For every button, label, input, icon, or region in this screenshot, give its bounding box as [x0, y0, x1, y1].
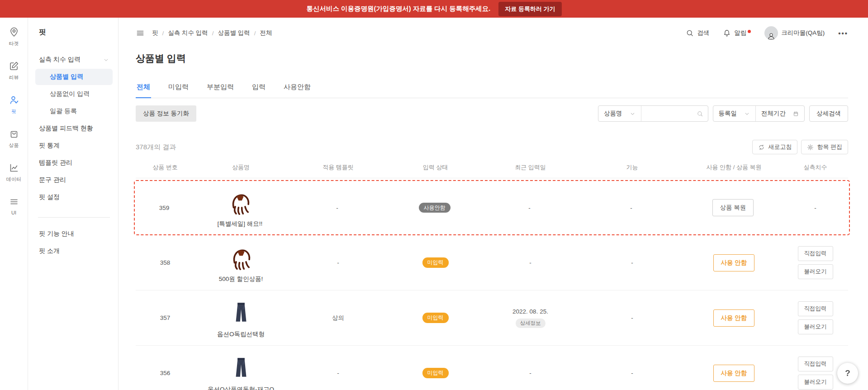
sidebar-item-label: 상품별 입력 [50, 73, 83, 81]
register-data-button[interactable]: 자료 등록하러 가기 [498, 2, 561, 16]
claw-clip-product-image [227, 244, 255, 270]
refresh-icon [758, 144, 765, 151]
sidebar-item-measured-size-input[interactable]: 실측 치수 입력 [35, 52, 113, 68]
tab-disabled[interactable]: 사용안함 [283, 83, 312, 98]
search-icon [686, 29, 694, 37]
load-button[interactable]: 불러오기 [798, 375, 833, 390]
sidebar-item-fit-guide[interactable]: 핏 기능 안내 [35, 226, 113, 242]
sidebar-item-bulk-register[interactable]: 일괄 등록 [35, 103, 113, 119]
sidebar-item-label: 핏 소개 [39, 247, 60, 255]
chevron-down-icon [744, 111, 750, 117]
help-button[interactable]: ? [837, 363, 858, 384]
breadcrumb-all[interactable]: 전체 [260, 29, 272, 37]
product-number: 357 [160, 314, 171, 321]
status-cell: 사용안함 [388, 203, 481, 213]
status-badge: 미입력 [422, 368, 449, 378]
notifications-button[interactable]: 알림 [723, 29, 751, 37]
table-row: 359 [134, 180, 850, 235]
last-input-cell: - [482, 259, 579, 266]
claw-clip-product-image [226, 189, 254, 215]
date-field-value: 등록일 [719, 109, 737, 118]
direct-input-button[interactable]: 직접입력 [798, 301, 833, 316]
global-search-button[interactable]: 검색 [686, 29, 709, 37]
product-number-cell: 356 [136, 370, 194, 376]
product-name[interactable]: 옵션O독립선택형 [217, 330, 265, 338]
sidebar-item-text-management[interactable]: 문구 관리 [35, 172, 113, 188]
template-cell: - [287, 370, 389, 376]
advanced-search-button[interactable]: 상세검색 [809, 105, 848, 122]
action-button[interactable]: 사용 안함 [713, 254, 755, 271]
topbar: 핏 / 실측 치수 입력 / 상품별 입력 / 전체 검색 [136, 18, 848, 41]
action-button[interactable]: 사용 안함 [713, 309, 755, 327]
products-table: 상품 번호 상품명 적용 템플릿 입력 상태 최근 입력일 기능 사용 안함 /… [136, 163, 848, 390]
ui-lines-icon [9, 196, 19, 207]
product-image[interactable] [226, 187, 255, 216]
load-button[interactable]: 불러오기 [798, 319, 833, 334]
rail-item-ui[interactable]: UI [9, 196, 19, 215]
sidebar-item-feedback-status[interactable]: 상품별 피드백 현황 [35, 120, 113, 137]
tab-partial[interactable]: 부분입력 [206, 83, 235, 98]
sidebar-item-fit-intro[interactable]: 핏 소개 [35, 243, 113, 259]
last-input-cell: - [482, 370, 579, 376]
breadcrumb-fit[interactable]: 핏 [152, 29, 158, 37]
sidebar-item-label: 핏 설정 [39, 193, 60, 201]
gear-icon [807, 144, 814, 151]
avatar [764, 26, 778, 40]
sidebar-item-label: 핏 기능 안내 [39, 230, 74, 238]
product-image[interactable] [227, 243, 256, 271]
status-cell: 미입력 [389, 313, 482, 323]
sidebar: 핏 실측 치수 입력 상품별 입력 상품없이 입력 일괄 등록 상품별 피드백 … [28, 18, 119, 390]
header-product-number: 상품 번호 [136, 163, 194, 171]
rail-item-data[interactable]: 데이터 [6, 162, 21, 183]
rail-item-fit[interactable]: 핏 [9, 95, 19, 115]
sync-product-info-button[interactable]: 상품 정보 동기화 [136, 105, 196, 122]
table-row: 357 [136, 290, 848, 346]
product-number-cell: 358 [136, 259, 194, 266]
more-options-icon[interactable]: ••• [838, 29, 848, 37]
tab-all[interactable]: 전체 [136, 83, 151, 98]
date-field-select[interactable]: 등록일 [713, 106, 756, 121]
sidebar-item-template-management[interactable]: 템플릿 관리 [35, 155, 113, 171]
action-button[interactable]: 상품 복원 [712, 199, 754, 216]
results-bar: 378개의 결과 새로고침 항목 편집 [136, 140, 848, 154]
breadcrumb-per-product-input[interactable]: 상품별 입력 [218, 29, 250, 37]
tab-entered[interactable]: 입력 [251, 83, 266, 98]
refresh-button[interactable]: 새로고침 [752, 140, 797, 154]
rail-item-label: UI [11, 210, 16, 215]
rail-item-target[interactable]: 타겟 [9, 27, 19, 47]
breadcrumb-measured-input[interactable]: 실측 치수 입력 [168, 29, 208, 37]
action-cell: 사용 안함 [685, 365, 783, 382]
sidebar-item-per-product-input[interactable]: 상품별 입력 [35, 69, 113, 85]
icon-rail: 타겟 리뷰 핏 상품 데이터 [0, 18, 28, 390]
product-name[interactable]: 옵션O상품연동형-재고O [208, 385, 274, 390]
tab-not-entered[interactable]: 미입력 [167, 83, 190, 98]
user-menu[interactable]: 크리마몰(QA팀) [764, 26, 825, 40]
load-button[interactable]: 불러오기 [798, 264, 833, 279]
status-badge: 미입력 [422, 257, 449, 267]
edit-columns-button[interactable]: 항목 편집 [801, 140, 848, 154]
sidebar-item-fit-settings[interactable]: 핏 설정 [35, 189, 113, 205]
sidebar-item-no-product-input[interactable]: 상품없이 입력 [35, 86, 113, 102]
chevron-down-icon [103, 57, 109, 63]
product-name[interactable]: [특별세일] 해요!! [218, 220, 263, 228]
product-number: 359 [159, 205, 170, 211]
review-edit-icon [9, 61, 19, 71]
product-search-input[interactable] [646, 110, 697, 118]
rail-item-label: 상품 [9, 142, 19, 149]
search-field-select[interactable]: 상품명 [598, 106, 641, 121]
rail-item-review[interactable]: 리뷰 [9, 61, 19, 81]
hamburger-menu-icon[interactable] [136, 29, 145, 38]
rail-item-product[interactable]: 상품 [9, 128, 19, 149]
period-select[interactable]: 전체기간 [755, 106, 804, 121]
rail-item-label: 타겟 [9, 40, 19, 47]
user-name: 크리마몰(QA팀) [781, 29, 825, 37]
action-button[interactable]: 사용 안함 [713, 365, 755, 382]
filter-bar: 상품 정보 동기화 상품명 등록일 [136, 105, 848, 122]
product-image[interactable] [227, 353, 256, 382]
product-image[interactable] [227, 298, 256, 327]
direct-input-button[interactable]: 직접입력 [798, 246, 833, 261]
sidebar-item-fit-stats[interactable]: 핏 통계 [35, 138, 113, 154]
data-chart-icon [9, 162, 19, 173]
product-name[interactable]: 500원 할인상품! [219, 275, 263, 283]
direct-input-button[interactable]: 직접입력 [798, 357, 833, 371]
